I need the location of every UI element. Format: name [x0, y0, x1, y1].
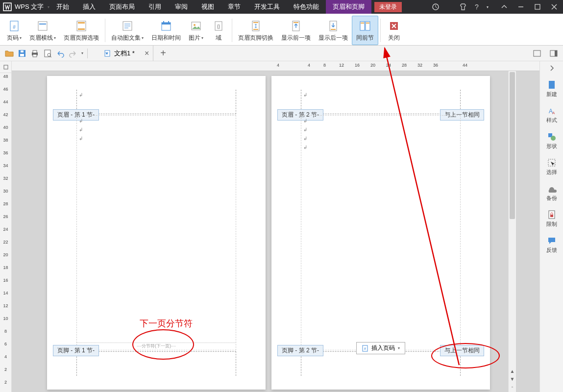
limit-icon: [547, 210, 557, 220]
rpanel-select[interactable]: 选择: [540, 154, 563, 180]
main-area: 4846444240383634323028262422201816141210…: [0, 61, 563, 392]
tab-close-icon[interactable]: ×: [145, 49, 149, 58]
rpanel-backup[interactable]: 备份: [540, 180, 563, 206]
vruler-tick: 44: [0, 99, 11, 104]
maximize-icon[interactable]: [534, 3, 541, 11]
page-number-button[interactable]: # 页码▾: [3, 16, 25, 45]
qa-customize-dropdown[interactable]: ▾: [81, 51, 83, 55]
hf-options-button[interactable]: 页眉页脚选项: [60, 16, 103, 45]
picture-button[interactable]: 图片▾: [185, 16, 207, 45]
scroll-up-icon[interactable]: ▲: [509, 368, 516, 376]
svg-text:#: #: [13, 24, 16, 30]
save-icon[interactable]: [17, 49, 27, 58]
rpanel-limit[interactable]: 限制: [540, 206, 563, 232]
tab-view[interactable]: 视图: [195, 0, 221, 14]
tab-start[interactable]: 开始: [49, 0, 76, 14]
menu-tabs: 开始 插入 页面布局 引用 审阅 视图 章节 开发工具 特色功能 页眉和页脚: [49, 0, 371, 14]
show-prev-button[interactable]: 显示前一项: [277, 16, 315, 45]
ribbon-collapse-icon[interactable]: [500, 3, 508, 11]
section-break-marker: ····分节符(下一页)····: [76, 343, 236, 349]
hruler-tick: 36: [433, 63, 438, 68]
svg-rect-0: [3, 3, 11, 11]
svg-rect-39: [33, 50, 37, 53]
vruler-tick: 20: [0, 252, 11, 257]
svg-rect-33: [366, 23, 369, 24]
login-status[interactable]: 未登录: [374, 2, 402, 12]
open-icon[interactable]: [4, 49, 14, 58]
header-zone-1[interactable]: ↲: [76, 90, 236, 114]
field-button[interactable]: {} 域: [207, 16, 230, 45]
close-icon[interactable]: [550, 3, 558, 11]
print-preview-icon[interactable]: [43, 49, 52, 58]
header-zone-2[interactable]: ↲: [301, 90, 461, 114]
tab-layout[interactable]: 页面布局: [102, 0, 142, 14]
vruler-tick: 28: [0, 201, 11, 206]
svg-text:A: A: [552, 111, 555, 115]
close-hf-button[interactable]: 关闭: [383, 16, 405, 45]
rpanel-shape[interactable]: 形状: [540, 128, 563, 154]
autotext-button[interactable]: 自动图文集▾: [107, 16, 147, 45]
rpanel-new[interactable]: 新建: [540, 76, 563, 102]
vruler-tick: 34: [0, 163, 11, 168]
hruler-tick: 28: [402, 63, 407, 68]
tab-reference[interactable]: 引用: [142, 0, 168, 14]
svg-rect-29: [331, 29, 336, 30]
scroll-page-icon[interactable]: ◦: [509, 384, 516, 392]
same-prev-section-button[interactable]: 同前节: [352, 16, 378, 45]
scrollbar-thumb[interactable]: [510, 72, 515, 219]
vruler-tick: 22: [0, 240, 11, 245]
doc-icon: [103, 49, 111, 57]
show-prev-label: 显示前一项: [281, 34, 311, 42]
tab-review[interactable]: 审阅: [168, 0, 195, 14]
document-tab[interactable]: 文档1 * ×: [99, 46, 153, 61]
vruler-tick: 12: [0, 303, 11, 308]
svg-rect-3: [535, 4, 540, 9]
datetime-button[interactable]: 日期和时间: [147, 16, 185, 45]
panel-collapse-icon[interactable]: [548, 64, 556, 72]
footer-zone-1[interactable]: [76, 351, 236, 376]
picture-label: 图片: [189, 34, 200, 42]
undo-icon[interactable]: [55, 49, 65, 58]
panel-toggle-icon[interactable]: [549, 49, 559, 58]
tab-devtools[interactable]: 开发工具: [247, 0, 287, 14]
svg-point-55: [551, 136, 556, 141]
svg-rect-24: [253, 22, 258, 23]
vruler-tick: 36: [0, 150, 11, 155]
moon-icon[interactable]: [445, 3, 453, 11]
help-dropdown[interactable]: ▾: [487, 5, 489, 9]
rpanel-feedback[interactable]: 反馈: [540, 232, 563, 258]
vruler-tick: 8: [0, 329, 11, 334]
redo-icon[interactable]: [68, 49, 78, 58]
vertical-scrollbar[interactable]: ▲ ▼ ◦: [508, 71, 516, 392]
tab-add-icon[interactable]: +: [160, 48, 166, 59]
insert-page-number-button[interactable]: # 插入页码 ▾: [356, 342, 405, 354]
autotext-label: 自动图文集: [111, 34, 141, 42]
hruler-tick: 16: [355, 63, 360, 68]
skin-icon[interactable]: [459, 3, 467, 11]
tab-insert[interactable]: 插入: [76, 0, 102, 14]
tab-section[interactable]: 章节: [221, 0, 247, 14]
window-mode-icon[interactable]: [532, 49, 542, 58]
minimize-icon[interactable]: [517, 3, 525, 11]
tab-special[interactable]: 特色功能: [287, 0, 326, 14]
tab-header-footer[interactable]: 页眉和页脚: [326, 0, 371, 14]
footer-zone-2[interactable]: [301, 351, 461, 376]
page-number-icon: #: [362, 345, 368, 352]
document-canvas[interactable]: 4481216202428323644 ↲ 页眉 - 第 1 节- ↲↲↲ ··…: [12, 61, 539, 392]
vruler-tick: 6: [0, 342, 11, 346]
scroll-down-icon[interactable]: ▼: [509, 376, 516, 384]
hf-switch-button[interactable]: 页眉页脚切换: [234, 16, 277, 45]
hruler-tick: 44: [463, 63, 467, 68]
rpanel-style[interactable]: AA样式: [540, 102, 563, 128]
help-icon[interactable]: ?: [473, 3, 481, 11]
print-icon[interactable]: [30, 49, 40, 58]
show-next-button[interactable]: 显示后一项: [315, 16, 352, 45]
header-line-button[interactable]: 页眉横线▾: [25, 16, 60, 45]
svg-rect-25: [253, 29, 258, 30]
shape-icon: [547, 132, 557, 142]
style-icon: AA: [547, 106, 557, 116]
field-label: 域: [216, 34, 221, 42]
sync-icon[interactable]: [432, 3, 440, 11]
svg-rect-45: [534, 50, 540, 56]
footer-tag-2: 页脚 - 第 2 节-: [277, 345, 323, 356]
